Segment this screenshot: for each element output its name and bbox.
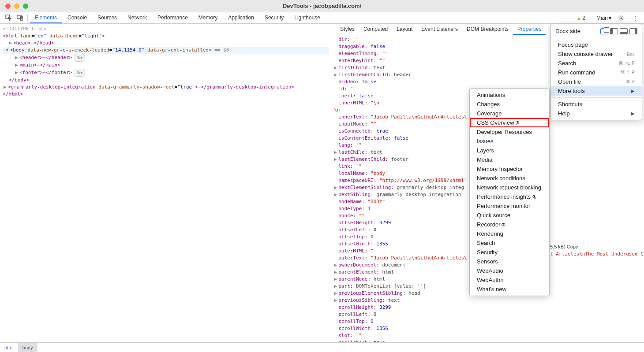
dock-bottom-icon[interactable] xyxy=(620,28,628,34)
side-tab-dom-breakpoints[interactable]: DOM Breakpoints xyxy=(462,24,513,35)
property-row[interactable]: ▶previousSibling: text xyxy=(334,297,642,304)
window-title: DevTools - jacobpadilla.com/ xyxy=(0,3,644,9)
submenu-item-rendering[interactable]: Rendering xyxy=(470,229,549,238)
target-label: Main xyxy=(596,15,608,21)
property-row[interactable]: scrollTop: 0 xyxy=(334,318,642,325)
property-row[interactable]: scrollWidth: 1356 xyxy=(334,325,642,332)
window-titlebar: DevTools - jacobpadilla.com/ xyxy=(0,0,644,12)
more-menu-icon[interactable]: ⋮ xyxy=(630,12,641,24)
menu-item-open-file[interactable]: Open file⌘ P xyxy=(551,77,642,86)
side-tab-properties[interactable]: Properties xyxy=(513,24,546,35)
menu-item-search[interactable]: Search⌘ ⌥ F xyxy=(551,59,642,68)
submenu-item-developer-resources[interactable]: Developer Resources xyxy=(470,127,549,137)
panel-tab-memory[interactable]: Memory xyxy=(193,12,223,23)
more-tools-submenu: AnimationsChangesCoverageCSS Overview⚗De… xyxy=(469,88,550,296)
menu-item-more-tools[interactable]: More tools▶ xyxy=(551,86,642,96)
panel-tab-lighthouse[interactable]: Lighthouse xyxy=(289,12,326,23)
panel-tab-elements[interactable]: Elements xyxy=(30,12,62,23)
submenu-item-performance-monitor[interactable]: Performance monitor xyxy=(470,201,549,211)
submenu-item-network-conditions[interactable]: Network conditions xyxy=(470,174,549,183)
submenu-item-what's-new[interactable]: What's new xyxy=(470,285,549,294)
menu-item-help[interactable]: Help▶ xyxy=(551,109,642,118)
panel-tab-security[interactable]: Security xyxy=(259,12,289,23)
property-row[interactable]: scrollHeight: 3299 xyxy=(334,304,642,311)
side-tab-event-listeners[interactable]: Event Listeners xyxy=(417,24,462,35)
submenu-item-sensors[interactable]: Sensors xyxy=(470,257,549,266)
submenu-item-network-request-blocking[interactable]: Network request blocking xyxy=(470,183,549,192)
dock-side-label: Dock side xyxy=(555,28,580,34)
dom-tree-panel[interactable]: <!DOCTYPE html> <html lang="en" data-the… xyxy=(0,24,332,342)
inspect-element-icon[interactable] xyxy=(3,12,14,24)
target-selector[interactable]: Main ▾ xyxy=(596,15,611,21)
submenu-item-css-overview[interactable]: CSS Overview⚗ xyxy=(470,118,549,127)
property-row[interactable]: slot: "" xyxy=(334,332,642,339)
menu-item-focus-page[interactable]: Focus page xyxy=(551,40,642,49)
dock-side-row: Dock side xyxy=(551,26,642,36)
main-toolbar: ElementsConsoleSourcesNetworkPerformance… xyxy=(0,12,644,24)
doctype-node: <!DOCTYPE html> xyxy=(3,26,46,32)
flex-badge[interactable]: flex xyxy=(74,54,85,62)
submenu-item-search[interactable]: Search xyxy=(470,238,549,248)
clipped-text: 5.5 kB) Copy xyxy=(550,244,578,249)
panel-tab-console[interactable]: Console xyxy=(62,12,92,23)
dock-left-icon[interactable] xyxy=(610,28,618,34)
chevron-down-icon: ▾ xyxy=(609,15,611,21)
submenu-item-recorder[interactable]: Recorder⚗ xyxy=(470,220,549,229)
property-row[interactable]: spellcheck: true xyxy=(334,339,642,342)
flex-badge[interactable]: flex xyxy=(74,69,85,77)
warning-icon: ▲ xyxy=(576,15,581,21)
menu-separator xyxy=(551,97,642,98)
submenu-item-animations[interactable]: Animations xyxy=(470,90,549,100)
main-options-menu: Dock side Focus pageShow console drawerE… xyxy=(550,24,642,120)
panel-tabs: ElementsConsoleSourcesNetworkPerformance… xyxy=(30,12,326,23)
submenu-item-webaudio[interactable]: WebAudio xyxy=(470,266,549,275)
submenu-item-quick-source[interactable]: Quick source xyxy=(470,211,549,220)
clipped-text-2: t Articles\nThe Most Underused C xyxy=(550,251,644,257)
dock-undock-icon[interactable] xyxy=(600,28,608,34)
submenu-item-issues[interactable]: Issues xyxy=(470,137,549,146)
property-row[interactable]: scrollLeft: 0 xyxy=(334,311,642,318)
warnings-badge[interactable]: ▲ 2 xyxy=(576,15,585,21)
separator xyxy=(27,15,28,22)
submenu-item-security[interactable]: Security xyxy=(470,248,549,257)
submenu-item-webauthn[interactable]: WebAuthn xyxy=(470,275,549,285)
submenu-item-performance-insights[interactable]: Performance insights⚗ xyxy=(470,192,549,201)
side-tab-styles[interactable]: Styles xyxy=(336,24,359,35)
dock-right-icon[interactable] xyxy=(629,28,637,34)
separator xyxy=(591,15,591,22)
panel-tab-network[interactable]: Network xyxy=(122,12,152,23)
warnings-count: 2 xyxy=(582,15,585,21)
panel-tab-performance[interactable]: Performance xyxy=(152,12,193,23)
submenu-item-layers[interactable]: Layers xyxy=(470,146,549,155)
body-node-selected[interactable]: ⋯▼<body data-new-gr-c-s-check-loaded="14… xyxy=(3,47,329,54)
svg-point-3 xyxy=(620,17,622,19)
settings-gear-icon[interactable] xyxy=(615,12,626,24)
menu-item-shortcuts[interactable]: Shortcuts xyxy=(551,100,642,109)
menu-item-run-command[interactable]: Run command⌘ ⇧ P xyxy=(551,68,642,77)
submenu-item-media[interactable]: Media xyxy=(470,155,549,164)
side-tab-layout[interactable]: Layout xyxy=(392,24,417,35)
selection-marker: == $0 xyxy=(212,47,229,53)
menu-separator xyxy=(551,38,642,38)
submenu-item-memory-inspector[interactable]: Memory Inspector xyxy=(470,164,549,174)
side-tab-computed[interactable]: Computed xyxy=(359,24,392,35)
panel-tab-application[interactable]: Application xyxy=(223,12,259,23)
menu-item-show-console-drawer[interactable]: Show console drawerEsc xyxy=(551,49,642,59)
panel-tab-sources[interactable]: Sources xyxy=(92,12,122,23)
breadcrumb-body[interactable]: body xyxy=(18,343,37,352)
breadcrumb-html[interactable]: html xyxy=(0,343,18,352)
device-toggle-icon[interactable] xyxy=(14,12,26,24)
dom-breadcrumb: html body xyxy=(0,342,644,352)
submenu-item-changes[interactable]: Changes xyxy=(470,100,549,109)
submenu-item-coverage[interactable]: Coverage xyxy=(470,109,549,118)
